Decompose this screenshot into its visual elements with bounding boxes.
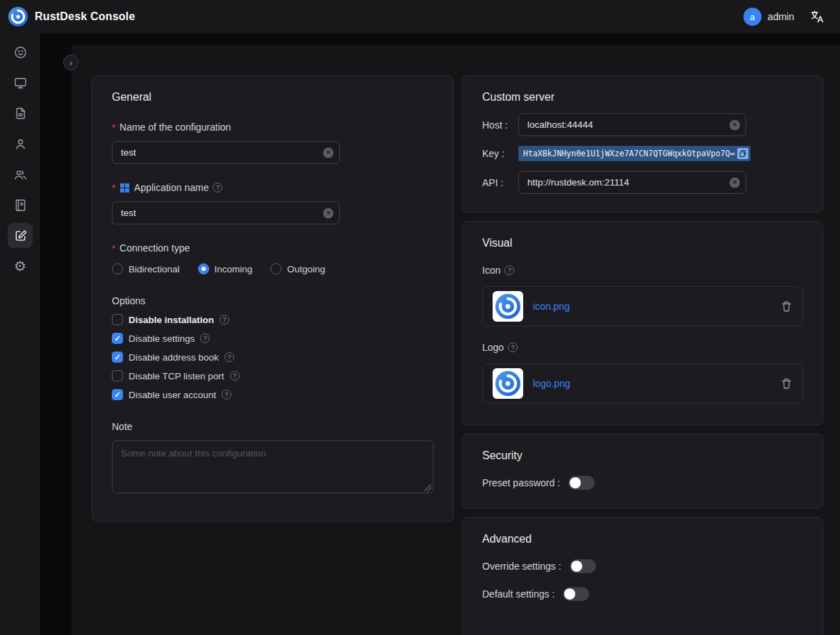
sidebar-item-status[interactable] (8, 40, 33, 65)
app-title: RustDesk Console (35, 10, 135, 23)
radio-dot (270, 263, 281, 274)
brand: RustDesk Console (8, 7, 135, 26)
preset-password-row: Preset password : (482, 476, 803, 490)
visual-card: Visual Icon icon.png (462, 221, 823, 425)
required-asterisk (112, 242, 115, 254)
windows-icon (120, 183, 130, 193)
monitor-icon (13, 76, 28, 90)
host-input[interactable] (518, 113, 746, 136)
general-title: General (112, 91, 434, 104)
override-settings-label: Override settings : (482, 561, 561, 572)
preset-password-label: Preset password : (482, 477, 560, 488)
icon-file-link[interactable]: icon.png (533, 301, 570, 312)
sidebar: ⚙ (0, 33, 40, 635)
icon-label: Icon (482, 265, 803, 276)
sidebar-item-users[interactable] (8, 131, 33, 156)
user-icon (13, 137, 28, 151)
copy-icon[interactable] (737, 148, 748, 159)
logo-thumbnail (493, 368, 523, 399)
logo-file-row: logo.png (482, 363, 803, 404)
name-field-label: Name of the configuration (112, 122, 434, 133)
gear-icon: ⚙ (14, 259, 26, 273)
clear-icon[interactable] (323, 208, 333, 218)
help-icon[interactable] (220, 315, 229, 324)
sidebar-item-journal[interactable] (8, 192, 33, 217)
server-key-value: HtaXBkJNHyn0e1U1jWXze7A7CN7QTGWqxkOtpaVp… (518, 146, 750, 161)
topbar: RustDesk Console a admin (0, 0, 840, 33)
checkbox[interactable] (112, 314, 123, 325)
pencil-square-icon (13, 229, 28, 243)
config-name-input[interactable] (112, 141, 340, 164)
host-label: Host : (482, 119, 518, 131)
option-disable-user-account: Disable user account (112, 389, 434, 400)
checkbox[interactable] (112, 370, 123, 381)
sidebar-expand-button[interactable]: › (63, 55, 79, 70)
icon-file-row: icon.png (482, 286, 803, 327)
sidebar-item-groups[interactable] (8, 162, 33, 187)
application-name-input[interactable] (112, 201, 340, 224)
option-disable-settings: Disable settings (112, 333, 434, 344)
sidebar-item-settings[interactable]: ⚙ (8, 254, 33, 279)
users-icon (13, 167, 28, 182)
checkbox[interactable] (112, 352, 123, 363)
custom-server-title: Custom server (482, 91, 803, 104)
main-area: › General Name of the configuration (40, 33, 840, 635)
user-menu[interactable]: a admin (743, 8, 794, 26)
clear-icon[interactable] (730, 119, 740, 130)
option-disable-tcp-listen-port: Disable TCP listen port (112, 370, 434, 381)
content-page: › General Name of the configuration (72, 45, 840, 635)
radio-bidirectional[interactable]: Bidirectional (112, 263, 180, 274)
icon-thumbnail (493, 291, 523, 322)
translate-icon[interactable] (809, 9, 825, 24)
radio-incoming[interactable]: Incoming (198, 263, 253, 274)
sidebar-item-devices[interactable] (8, 70, 33, 95)
api-input[interactable] (518, 171, 746, 194)
chevron-right-icon: › (69, 58, 72, 68)
clear-icon[interactable] (323, 147, 333, 158)
help-icon[interactable] (224, 352, 234, 362)
api-label: API : (482, 177, 518, 188)
help-icon[interactable] (222, 390, 231, 399)
key-text: HtaXBkJNHyn0e1U1jWXze7A7CN7QTGWqxkOtpaVp… (523, 149, 735, 158)
key-label: Key : (482, 148, 518, 159)
security-card: Security Preset password : (462, 434, 823, 509)
sidebar-item-editor[interactable] (8, 223, 33, 248)
override-settings-toggle[interactable] (570, 559, 596, 573)
general-card: General Name of the configuration (92, 75, 454, 522)
delete-icon[interactable] (780, 300, 793, 313)
advanced-card: Advanced Override settings : Default set… (462, 517, 823, 635)
preset-password-toggle[interactable] (568, 476, 595, 490)
default-settings-toggle[interactable] (563, 587, 589, 601)
app-name-field-label: Application name (112, 182, 434, 193)
override-settings-row: Override settings : (482, 559, 803, 573)
help-icon[interactable] (213, 183, 222, 192)
avatar[interactable]: a (743, 8, 761, 26)
help-icon[interactable] (230, 371, 240, 381)
connection-type-label: Connection type (112, 242, 434, 254)
logo-file-link[interactable]: logo.png (533, 378, 570, 389)
help-icon[interactable] (200, 333, 210, 343)
smiley-icon (13, 45, 28, 60)
journal-icon (13, 198, 28, 213)
checkbox[interactable] (112, 389, 123, 400)
logo-label: Logo (482, 342, 803, 353)
username: admin (768, 11, 794, 22)
default-settings-label: Default settings : (482, 588, 554, 600)
note-label: Note (112, 421, 434, 432)
help-icon[interactable] (508, 343, 518, 352)
note-textarea[interactable] (112, 440, 434, 493)
radio-outgoing[interactable]: Outgoing (270, 263, 325, 274)
clear-icon[interactable] (730, 177, 740, 188)
options-label: Options (112, 295, 434, 306)
checkbox[interactable] (112, 333, 123, 344)
rustdesk-logo-icon (8, 7, 28, 26)
required-asterisk (112, 122, 115, 133)
connection-type-group: Bidirectional Incoming Outgoing (112, 263, 434, 274)
sidebar-item-documents[interactable] (8, 101, 33, 126)
radio-dot (198, 263, 209, 274)
document-icon (13, 106, 28, 121)
help-icon[interactable] (504, 265, 514, 275)
visual-title: Visual (482, 237, 803, 249)
custom-server-card: Custom server Host : Key : HtaXBkJNHyn (462, 75, 823, 213)
delete-icon[interactable] (780, 377, 793, 390)
